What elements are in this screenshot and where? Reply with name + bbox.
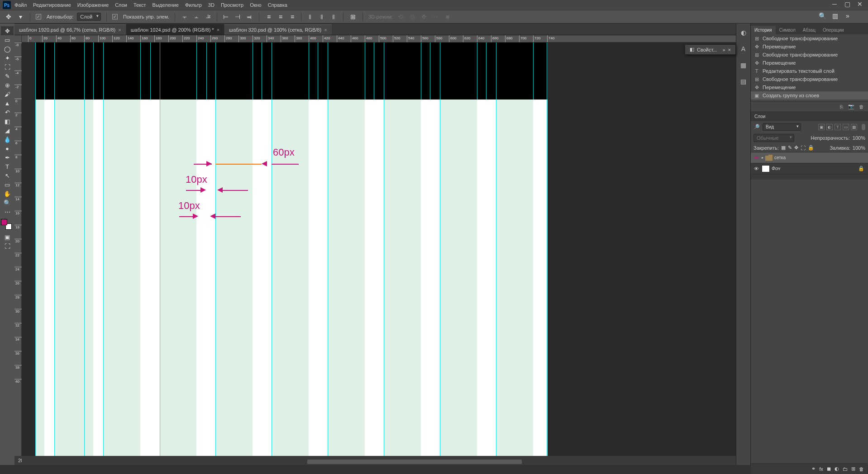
panel-menu-icon[interactable]: » [844,12,852,20]
distribute-vcenter-icon[interactable]: ≡ [277,13,285,21]
distribute-hcenter-icon[interactable]: ⦀ [318,13,326,21]
crop-tool[interactable]: ⛶ [1,62,14,71]
history-new-doc-icon[interactable]: ⎘ [838,104,844,110]
align-top-icon[interactable]: ⫟ [181,13,189,21]
autoselect-checkbox[interactable]: ✓ [36,14,41,19]
guide-vertical[interactable] [35,43,36,456]
align-vcenter-icon[interactable]: ⫠ [192,13,200,21]
guide-vertical[interactable] [103,43,104,456]
collapse-icon[interactable]: » [722,47,725,52]
hand-tool[interactable]: ✋ [1,189,14,198]
window-close[interactable]: ✕ [854,0,866,8]
foreground-color[interactable] [1,219,7,225]
menu-3d[interactable]: 3D [208,2,215,8]
filter-adjust-icon[interactable]: ◐ [826,124,833,130]
filter-smart-icon[interactable]: ▦ [851,124,857,130]
opacity-value[interactable]: 100% [853,135,865,141]
visibility-toggle[interactable]: 👁 [753,165,760,172]
history-item[interactable]: ⊞Свободное трансформирование [751,75,868,83]
menu-filter[interactable]: Фильтр [185,2,202,8]
blend-mode-dropdown[interactable]: Обычные [754,134,794,142]
quick-mask-tool[interactable]: ▣ [1,232,14,242]
magic-wand-tool[interactable]: ✦ [1,53,14,62]
menu-file[interactable]: Файл [14,2,27,8]
delete-layer-icon[interactable]: 🗑 [859,466,864,472]
gradient-tool[interactable]: ◢ [1,126,14,135]
distribute-top-icon[interactable]: ≡ [265,13,273,21]
history-item[interactable]: TРедактировать текстовый слой [751,67,868,75]
search-icon[interactable]: 🔍 [818,12,826,20]
visibility-toggle[interactable]: 👁 [753,154,760,161]
layers-panel-tab[interactable]: Слои [751,111,868,121]
history-item[interactable]: ▣Создать группу из слоев [751,91,868,100]
canvas[interactable]: 60px 10px 10px [22,43,736,456]
tool-preset-dropdown[interactable]: ▾ [16,13,24,21]
lock-transparent-icon[interactable]: ▦ [781,145,786,151]
brush-tool[interactable]: 🖌 [1,90,14,99]
menu-window[interactable]: Окно [250,2,262,8]
guide-vertical[interactable] [496,43,496,456]
new-group-icon[interactable]: 🗀 [843,466,848,472]
history-item[interactable]: ⊞Свободное трансформирование [751,51,868,59]
expand-icon[interactable]: ▸ [762,156,763,160]
screen-mode-tool[interactable]: ⛶ [1,242,14,251]
auto-align-icon[interactable]: ⊞ [349,13,357,21]
dodge-tool[interactable]: ● [1,144,14,153]
path-select-tool[interactable]: ↖ [1,171,14,180]
new-layer-icon[interactable]: ⊞ [851,466,855,472]
guide-vertical[interactable] [440,43,440,456]
menu-edit[interactable]: Редактирование [33,2,71,8]
tab-history[interactable]: История [751,26,776,34]
clone-stamp-tool[interactable]: ▲ [1,99,14,108]
window-minimize[interactable]: ─ [828,0,841,8]
align-left-icon[interactable]: ⊢ [222,13,230,21]
fill-value[interactable]: 100% [853,145,865,151]
history-snapshot-icon[interactable]: 📷 [848,104,854,110]
libraries-panel-icon[interactable]: ▤ [739,77,748,86]
guide-vertical[interactable] [84,43,85,456]
history-item[interactable]: ✥Перемещение [751,83,868,91]
lock-pixels-icon[interactable]: ✎ [788,145,792,151]
link-layers-icon[interactable]: ⚭ [811,466,816,472]
adjustments-panel-icon[interactable]: ◐ [739,28,748,37]
lock-position-icon[interactable]: ✥ [794,145,798,151]
edit-toolbar[interactable]: ⋯ [1,207,14,216]
menu-help[interactable]: Справка [268,2,287,8]
filter-toggle[interactable] [862,124,865,130]
eyedropper-tool[interactable]: ✎ [1,71,14,81]
workspace-icon[interactable]: ▥ [831,12,839,20]
guide-vertical[interactable] [384,43,384,456]
ruler-vertical[interactable]: -8-6-4-202468101214161820222426283032343… [14,43,22,456]
healing-brush-tool[interactable]: ⊕ [1,81,14,90]
guide-vertical[interactable] [547,43,547,456]
layer-background[interactable]: 👁 Фон 🔒 [751,163,868,174]
tab-actions[interactable]: Операции [819,26,848,34]
move-tool[interactable]: ✥ [1,26,14,35]
history-item[interactable]: ✥Перемещение [751,59,868,67]
filter-pixel-icon[interactable]: ▣ [818,124,825,130]
transform-controls-checkbox[interactable]: ✓ [112,14,118,19]
autoselect-dropdown[interactable]: Слой [77,13,101,21]
window-maximize[interactable]: ▢ [841,0,854,8]
lock-artboard-icon[interactable]: ⛶ [801,145,806,151]
guide-vertical[interactable] [160,43,160,456]
guide-vertical[interactable] [54,43,55,456]
guide-vertical[interactable] [328,43,328,456]
menu-layers[interactable]: Слои [115,2,127,8]
marquee-tool[interactable]: ▭ [1,35,14,44]
distribute-left-icon[interactable]: ⦀ [306,13,314,21]
horizontal-scrollbar[interactable] [22,459,736,465]
color-swatches[interactable] [1,219,12,230]
history-brush-tool[interactable]: ↶ [1,108,14,117]
layer-filter-dropdown[interactable]: Вид [763,123,801,131]
align-right-icon[interactable]: ⫤ [245,13,253,21]
properties-floating-panel[interactable]: ◧ Свойст... » × [685,44,736,55]
blur-tool[interactable]: 💧 [1,135,14,144]
menu-text[interactable]: Текст [134,2,146,8]
history-item[interactable]: ⊞Свободное трансформирование [751,34,868,43]
swatches-panel-icon[interactable]: ▦ [739,61,748,70]
ruler-horizontal[interactable]: 0204060801001201401601802002202402602803… [22,35,736,43]
history-item[interactable]: ✥Перемещение [751,43,868,51]
layer-name[interactable]: Фон [772,166,780,171]
guide-vertical[interactable] [272,43,272,456]
